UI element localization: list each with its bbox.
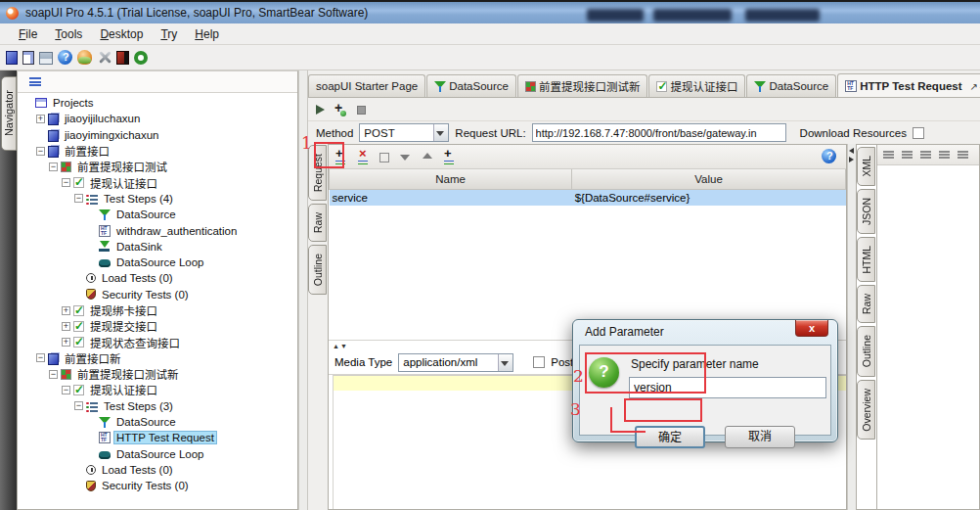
- document-tab[interactable]: HTTP Test Request ↗–×: [837, 73, 980, 97]
- tree-item[interactable]: + jiaoyijiluchaxun: [18, 111, 297, 126]
- help-icon[interactable]: [58, 50, 72, 65]
- tree-item[interactable]: − 提现认证接口: [18, 382, 297, 397]
- delete-param-icon[interactable]: [357, 150, 371, 163]
- expander-icon[interactable]: +: [62, 306, 70, 315]
- menu-item-file[interactable]: File: [10, 24, 46, 44]
- tree-item[interactable]: DataSink: [18, 239, 297, 255]
- tree-item[interactable]: Projects: [18, 95, 297, 111]
- cancel-request-icon[interactable]: [357, 106, 366, 115]
- format-lines-icon[interactable]: [920, 151, 931, 153]
- cancel-button[interactable]: 取消: [725, 426, 795, 448]
- import-project-icon[interactable]: [22, 51, 34, 65]
- tree-item[interactable]: − Test Steps (4): [18, 191, 297, 207]
- parameter-row[interactable]: service ${DataSource#service}: [330, 189, 846, 206]
- tree-item[interactable]: Security Tests (0): [18, 478, 297, 493]
- expander-icon[interactable]: −: [49, 370, 58, 379]
- menu-item-desktop[interactable]: Desktop: [91, 24, 152, 44]
- tree-item[interactable]: DataSource: [18, 207, 297, 222]
- response-view-tab-html[interactable]: HTML: [857, 237, 875, 283]
- main-toolbar: [0, 45, 980, 70]
- expander-icon[interactable]: −: [74, 194, 83, 203]
- expander-icon[interactable]: −: [62, 178, 70, 187]
- tree-item[interactable]: Load Tests (0): [18, 462, 297, 478]
- column-header-name[interactable]: Name: [330, 169, 572, 189]
- collapse-right-icon[interactable]: [849, 157, 854, 162]
- dialog-close-icon[interactable]: x: [795, 320, 828, 337]
- response-view-tab-outline[interactable]: Outline: [857, 326, 875, 376]
- expander-icon[interactable]: −: [36, 147, 45, 156]
- expander-icon[interactable]: +: [62, 338, 70, 347]
- tree-item[interactable]: + 提现提交接口: [18, 318, 297, 334]
- method-select[interactable]: POST: [359, 123, 449, 142]
- help-icon[interactable]: [822, 149, 836, 163]
- tree-item[interactable]: jiaoyimingxichaxun: [18, 127, 297, 143]
- new-project-icon[interactable]: [6, 51, 18, 65]
- ohloh-icon[interactable]: [134, 51, 148, 65]
- document-tab[interactable]: 提现认证接口: [648, 74, 745, 97]
- menu-item-tools[interactable]: Tools: [46, 24, 91, 44]
- tree-item[interactable]: Security Tests (0): [18, 287, 297, 302]
- datasource-icon: [434, 80, 446, 92]
- post-querystring-checkbox[interactable]: [533, 356, 545, 368]
- expander-icon[interactable]: −: [74, 401, 83, 410]
- tree-item[interactable]: HTTP Test Request: [18, 430, 297, 445]
- response-view-tab-json[interactable]: JSON: [857, 189, 875, 234]
- document-tab[interactable]: DataSource: [426, 74, 516, 97]
- response-view-tab-raw[interactable]: Raw: [857, 285, 875, 323]
- tree-item[interactable]: + 提现状态查询接口: [18, 334, 297, 349]
- document-tab[interactable]: DataSource: [746, 74, 836, 97]
- navigator-tab[interactable]: Navigator: [1, 76, 17, 151]
- response-view-tab-overview[interactable]: Overview: [857, 380, 875, 440]
- forum-icon[interactable]: [116, 51, 129, 65]
- move-up-icon[interactable]: [421, 150, 434, 163]
- request-view-tab-raw[interactable]: Raw: [308, 204, 327, 242]
- clear-params-icon[interactable]: [379, 153, 389, 162]
- move-down-icon[interactable]: [398, 150, 412, 163]
- collapse-splitter[interactable]: [847, 144, 856, 510]
- tree-item[interactable]: − 前置提现接口测试新: [18, 366, 297, 382]
- collapse-left-icon[interactable]: [849, 148, 854, 154]
- format-lines-icon[interactable]: [902, 151, 913, 153]
- format-lines-icon[interactable]: [958, 151, 968, 153]
- document-tab[interactable]: soapUI Starter Page: [308, 74, 425, 97]
- tools-icon[interactable]: [97, 50, 111, 65]
- tree-item[interactable]: − 前置提现接口测试: [18, 159, 297, 174]
- submit-request-icon[interactable]: [316, 105, 325, 115]
- save-all-icon[interactable]: [39, 52, 53, 65]
- format-lines-icon[interactable]: [883, 151, 894, 153]
- tree-options-icon[interactable]: [29, 77, 41, 86]
- tree-item[interactable]: − Test Steps (3): [18, 398, 297, 414]
- add-to-testcase-icon[interactable]: [334, 104, 347, 116]
- tree-item[interactable]: − 前置接口新: [18, 350, 297, 366]
- expander-icon[interactable]: −: [36, 353, 45, 362]
- tree-item[interactable]: withdraw_authentication: [18, 222, 297, 238]
- tree-item[interactable]: − 前置接口: [18, 143, 297, 159]
- tree-item[interactable]: DataSource Loop: [18, 255, 297, 270]
- restore-panel-icon[interactable]: ↗: [970, 81, 980, 92]
- parameter-value-cell[interactable]: ${DataSource#service}: [572, 189, 846, 206]
- request-url-input[interactable]: [532, 123, 786, 142]
- format-lines-icon[interactable]: [939, 151, 950, 153]
- tree-item[interactable]: Load Tests (0): [18, 270, 297, 286]
- tree-item[interactable]: DataSource: [18, 414, 297, 430]
- media-type-select[interactable]: application/xml: [398, 353, 513, 372]
- expander-icon[interactable]: +: [36, 115, 45, 123]
- column-header-value[interactable]: Value: [572, 169, 846, 189]
- response-view-tab-xml[interactable]: XML: [857, 147, 875, 186]
- expander-icon[interactable]: −: [49, 162, 58, 171]
- update-params-icon[interactable]: [443, 150, 457, 163]
- tree-item[interactable]: DataSource Loop: [18, 446, 297, 462]
- splitter-arrows-icon[interactable]: ▲▼: [333, 343, 348, 349]
- expander-icon[interactable]: +: [62, 322, 70, 331]
- preferences-icon[interactable]: [77, 50, 92, 65]
- menu-item-help[interactable]: Help: [186, 24, 228, 44]
- request-view-tab-outline[interactable]: Outline: [308, 245, 327, 295]
- tree-item[interactable]: + 提现绑卡接口: [18, 302, 297, 318]
- document-tab[interactable]: 前置提现接口测试新: [517, 74, 648, 97]
- expander-icon[interactable]: −: [62, 386, 70, 394]
- tree-item[interactable]: − 提现认证接口: [18, 174, 297, 190]
- parameter-name-cell[interactable]: service: [330, 189, 572, 206]
- download-resources-checkbox[interactable]: [913, 127, 924, 139]
- menu-item-try[interactable]: Try: [152, 24, 186, 44]
- tree-item-label: 前置接口: [63, 143, 111, 159]
